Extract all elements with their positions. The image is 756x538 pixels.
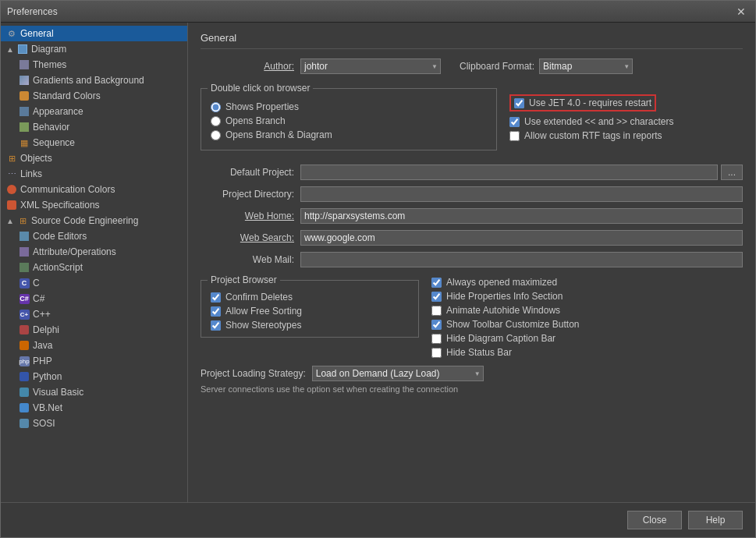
web-search-label: Web Search: — [201, 232, 294, 243]
radio-opens-branch: Opens Branch — [211, 115, 487, 126]
title-bar: Preferences ✕ — [1, 1, 755, 23]
show-toolbar-checkbox[interactable] — [431, 320, 442, 330]
sidebar-item-sosi[interactable]: SOSI — [1, 416, 187, 431]
sidebar-item-label: Behavior — [33, 122, 69, 133]
sidebar-item-sequence[interactable]: ▦ Sequence — [1, 135, 187, 150]
radio-opens-branch-diagram-label: Opens Branch & Diagram — [225, 129, 332, 140]
cpp-icon: C+ — [18, 308, 30, 320]
close-icon[interactable]: ✕ — [733, 4, 749, 19]
web-search-input[interactable] — [300, 230, 743, 246]
help-button[interactable]: Help — [688, 511, 743, 529]
sidebar-item-objects[interactable]: ⊞ Objects — [1, 150, 187, 166]
sidebar-item-delphi[interactable]: Delphi — [1, 322, 187, 338]
sidebar-item-cpp[interactable]: C+ C++ — [1, 306, 187, 322]
appearance-icon — [18, 105, 30, 118]
sidebar-item-src-code[interactable]: ▲ ⊞ Source Code Engineering — [1, 213, 187, 228]
animate-autohide-checkbox[interactable] — [431, 306, 442, 316]
web-home-label: Web Home: — [201, 211, 294, 221]
default-project-label: Default Project: — [201, 167, 294, 178]
sidebar-item-vbnet[interactable]: VB.Net — [1, 400, 187, 416]
radio-opens-branch-label: Opens Branch — [225, 115, 286, 126]
sidebar-item-label: Diagram — [31, 44, 66, 55]
sidebar-item-diagram[interactable]: ▲ Diagram — [1, 41, 187, 57]
hide-properties-checkbox[interactable] — [431, 292, 442, 302]
sidebar-item-csharp[interactable]: C# C# — [1, 291, 187, 306]
sidebar-item-themes[interactable]: Themes — [1, 57, 187, 73]
sidebar-item-general[interactable]: ⚙ General — [1, 26, 187, 41]
show-stereotypes-checkbox[interactable] — [211, 320, 221, 331]
author-label: Author: — [201, 61, 294, 72]
sidebar-item-label: Sequence — [33, 137, 75, 148]
always-maximized-checkbox[interactable] — [431, 278, 442, 288]
sidebar-item-attr-ops[interactable]: Attribute/Operations — [1, 244, 187, 260]
hide-properties-row: Hide Properties Info Section — [431, 291, 743, 302]
objects-icon: ⊞ — [5, 152, 18, 165]
main-content: ⚙ General ▲ Diagram Themes Gradients and… — [1, 23, 755, 502]
allow-rtf-checkbox[interactable] — [509, 131, 520, 141]
project-loading-select[interactable]: Load on Demand (Lazy Load) Load All Load… — [312, 366, 484, 381]
author-select[interactable]: johtor — [300, 58, 441, 74]
sidebar-item-vb[interactable]: Visual Basic — [1, 384, 187, 400]
right-panel: General Author: johtor Clipboard Format: — [188, 23, 755, 502]
jet-checkboxes: Use JET 4.0 - requires restart Use exten… — [509, 82, 743, 141]
radio-shows-properties-input[interactable] — [211, 102, 221, 112]
sidebar-item-python[interactable]: Python — [1, 369, 187, 384]
sidebar-item-label: Communication Colors — [20, 184, 115, 195]
sidebar-item-label: Standard Colors — [33, 90, 101, 101]
use-jet-highlight: Use JET 4.0 - requires restart — [509, 94, 656, 111]
web-search-row: Web Search: — [201, 230, 743, 246]
hide-diagram-caption-label: Hide Diagram Caption Bar — [446, 333, 555, 344]
expand-icon: ▲ — [5, 44, 15, 54]
sidebar-item-code-editors[interactable]: Code Editors — [1, 228, 187, 244]
author-select-wrapper: johtor — [300, 58, 441, 74]
animate-autohide-label: Animate Autohide Windows — [446, 305, 560, 316]
themes-icon — [18, 58, 30, 71]
allow-rtf-label: Allow custom RTF tags in reports — [524, 130, 662, 141]
confirm-deletes-checkbox[interactable] — [211, 292, 221, 303]
web-home-input[interactable] — [300, 208, 743, 224]
sidebar-item-links[interactable]: ⋯ Links — [1, 166, 187, 182]
sidebar-item-label: Visual Basic — [33, 387, 83, 398]
use-jet-checkbox[interactable] — [514, 98, 524, 108]
sidebar-item-behavior[interactable]: Behavior — [1, 119, 187, 135]
dialog-title: Preferences — [7, 6, 58, 17]
allow-free-sorting-label: Allow Free Sorting — [225, 306, 302, 317]
radio-opens-branch-diagram-input[interactable] — [211, 130, 221, 140]
hide-status-bar-checkbox[interactable] — [431, 348, 442, 358]
double-click-group: Double click on browser Shows Properties… — [201, 88, 497, 150]
browse-button[interactable]: ... — [721, 165, 743, 180]
sidebar-item-java[interactable]: Java — [1, 338, 187, 353]
default-project-input-group: ... — [300, 165, 743, 180]
confirm-deletes-row: Confirm Deletes — [211, 292, 409, 303]
always-maximized-label: Always opened maximized — [446, 277, 557, 288]
sidebar-item-actionscript[interactable]: ActionScript — [1, 260, 187, 275]
vb-icon — [18, 386, 30, 398]
sidebar-item-gradients[interactable]: Gradients and Background — [1, 73, 187, 88]
sidebar-item-c[interactable]: C C — [1, 275, 187, 291]
sidebar-item-comm-colors[interactable]: Communication Colors — [1, 182, 187, 197]
sidebar-item-label: Source Code Engineering — [31, 215, 138, 226]
use-extended-row: Use extended << and >> characters — [509, 116, 743, 127]
clipboard-select[interactable]: Bitmap EMF WMF — [539, 58, 633, 74]
sidebar-item-xml[interactable]: XML Specifications — [1, 197, 187, 213]
close-button[interactable]: Close — [627, 511, 682, 529]
sidebar-item-appearance[interactable]: Appearance — [1, 104, 187, 119]
sidebar-item-php[interactable]: php PHP — [1, 353, 187, 369]
sidebar-item-label: Objects — [20, 153, 52, 164]
allow-free-sorting-checkbox[interactable] — [211, 306, 221, 317]
radio-opens-branch-input[interactable] — [211, 116, 221, 126]
web-mail-input[interactable] — [300, 252, 743, 267]
gradients-icon — [18, 74, 30, 87]
default-project-input[interactable] — [300, 165, 718, 180]
sidebar-item-label: Code Editors — [33, 231, 87, 242]
project-loading-select-wrapper: Load on Demand (Lazy Load) Load All Load… — [312, 366, 484, 381]
sidebar-item-label: ActionScript — [33, 262, 83, 273]
code-icon — [18, 230, 30, 242]
project-loading-row: Project Loading Strategy: Load on Demand… — [201, 366, 743, 381]
use-extended-checkbox[interactable] — [509, 117, 520, 127]
sidebar-item-standard-colors[interactable]: Standard Colors — [1, 88, 187, 104]
hide-diagram-caption-checkbox[interactable] — [431, 334, 442, 344]
author-row: Author: johtor — [201, 58, 441, 74]
project-directory-input[interactable] — [300, 186, 743, 202]
radio-shows-properties-label: Shows Properties — [225, 101, 299, 112]
